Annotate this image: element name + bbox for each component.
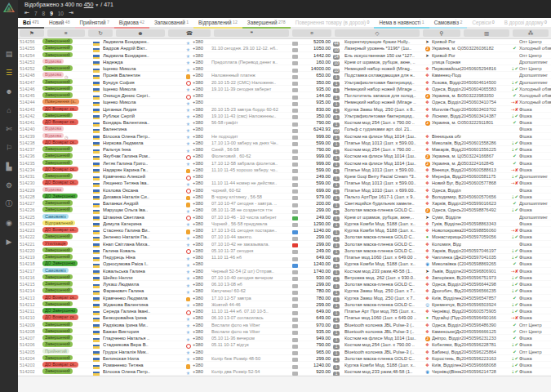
tracking-number[interactable]: 20450600570656 — [461, 194, 510, 200]
phone-prefix[interactable]: +380 — [193, 72, 211, 78]
phone-prefix[interactable]: +380 — [193, 322, 211, 328]
tracking-number[interactable]: 20450596806901 — [461, 268, 510, 274]
phone-prefix[interactable]: +380 — [193, 281, 211, 287]
status-badge[interactable]: Відмова — [42, 126, 64, 131]
status-badge[interactable]: Завершений — [42, 146, 73, 152]
status-badge[interactable]: ДО Возврат ск.. — [42, 227, 78, 233]
phone-prefix[interactable]: +380 — [193, 247, 211, 254]
phone-prefix[interactable]: +380 — [193, 214, 211, 220]
status-badge[interactable]: Завершений — [42, 328, 73, 334]
page-number-9[interactable]: 9 — [50, 11, 53, 16]
app-logo[interactable] — [2, 2, 16, 14]
payment-column-header-icon[interactable]: ¤ — [292, 29, 331, 37]
status-badge[interactable]: Завершений — [42, 335, 73, 341]
status-badge[interactable]: Завершений — [42, 355, 73, 361]
status-badge[interactable]: Завершений — [42, 92, 73, 98]
phone-prefix[interactable]: +380 — [193, 173, 211, 180]
status-badge[interactable]: ДО Возврат ск.. — [42, 180, 78, 185]
phone-prefix[interactable]: +380 — [193, 140, 211, 146]
tracking-number[interactable]: 20450596214728 — [461, 368, 510, 375]
tracking-number[interactable]: 20450598869265 — [461, 261, 510, 267]
status-badge[interactable]: Самовивіз — [42, 268, 69, 274]
status-badge[interactable]: ДО Возврат ск.. — [42, 314, 78, 320]
phone-prefix[interactable]: +380 — [193, 119, 211, 126]
status-column-header-icon[interactable]: ⚑ — [20, 29, 44, 37]
phone-prefix[interactable]: +380 — [193, 308, 211, 314]
phone-prefix[interactable]: +380 — [193, 59, 211, 65]
tracking-number[interactable]: 20450605294816 — [461, 65, 510, 72]
tracking-number[interactable]: 20450596231233 — [461, 335, 510, 341]
phone-prefix[interactable]: +380 — [193, 194, 211, 200]
status-badge[interactable]: Повернення (з.. — [42, 99, 79, 105]
status-badge[interactable]: Відмова — [42, 133, 64, 139]
tracking-number[interactable]: 20450599016623 — [461, 200, 510, 207]
tab-Завершений[interactable]: Завершений 278 — [242, 18, 291, 29]
phone-prefix[interactable]: +380 — [193, 180, 211, 186]
phone-prefix[interactable]: +380 — [193, 86, 211, 92]
sidebar-item-statistics-icon[interactable]: ▙ — [0, 157, 18, 176]
phone-prefix[interactable]: +380 — [193, 301, 211, 308]
table-row[interactable]: 514202 Завершений Білоока Олена Петр.. ✳… — [18, 368, 551, 375]
product-column-header-icon[interactable]: ◇ — [335, 29, 420, 37]
sidebar-item-settings-icon[interactable]: ⚙ — [0, 176, 18, 194]
tracking-number[interactable]: 20450596225864 — [461, 349, 510, 355]
status-badge[interactable]: Завершений — [42, 173, 73, 179]
status-badge[interactable]: Завершений — [42, 281, 73, 287]
page-number-7[interactable]: 7 — [34, 11, 38, 16]
tracking-number[interactable]: 0503222911801 — [461, 119, 510, 126]
sync-column-header-icon[interactable]: ↻ — [88, 29, 113, 37]
status-badge[interactable]: ДО Возврат ск.. — [42, 119, 78, 125]
status-badge[interactable]: Відмова — [42, 187, 64, 193]
tab-Відправлений[interactable]: Відправлений 12 — [193, 18, 242, 29]
status-badge[interactable]: Завершений — [42, 322, 73, 327]
delivery-column-header-icon[interactable]: ⚲ — [423, 29, 460, 37]
first-page-button[interactable]: ⇤ — [24, 10, 29, 16]
tab-Всі[interactable]: Всі 471 — [18, 18, 44, 29]
phone-prefix[interactable]: +380 — [193, 220, 211, 227]
tracking-number[interactable]: 20450597046197 — [461, 247, 510, 254]
tracking-number[interactable]: 20450596547857 — [461, 295, 510, 301]
tab-Повернення товару (в дорозі)[interactable]: Повернення товару (в дорозі) 0 — [291, 18, 375, 29]
tracking-number[interactable]: 20450600575905 — [461, 308, 510, 314]
tracking-number[interactable]: 20450597059056 — [461, 234, 510, 240]
phone-prefix[interactable]: +380 — [193, 287, 211, 294]
status-badge[interactable]: ДО Завершено — [42, 261, 78, 266]
phone-prefix[interactable]: +380 — [193, 153, 211, 159]
tracking-number[interactable]: 20450598863343 — [461, 220, 510, 227]
status-badge[interactable]: Завершений — [42, 86, 73, 91]
status-badge[interactable]: Завершений — [42, 200, 73, 206]
tracking-number[interactable]: 20450596668068 — [461, 362, 510, 368]
phone-prefix[interactable]: +380 — [193, 241, 211, 247]
status-badge[interactable]: Завершений — [42, 368, 73, 374]
phone-prefix[interactable]: +380 — [193, 92, 211, 99]
phone-prefix[interactable]: +380 — [193, 341, 211, 348]
tracking-number[interactable]: 20450596503924 — [461, 301, 510, 308]
phone-prefix[interactable]: +380 — [193, 146, 211, 153]
status-badge[interactable]: Самовивіз — [42, 214, 69, 220]
phone-prefix[interactable]: +380 — [193, 314, 211, 321]
status-badge[interactable]: ДО Возврат ск.. — [42, 106, 78, 112]
client-column-header-icon[interactable]: ☻ — [116, 29, 165, 37]
sidebar-item-video-icon[interactable]: ▶ — [0, 232, 18, 251]
tracking-number[interactable]: 20450596228781 — [461, 341, 510, 348]
phone-prefix[interactable]: +380 — [193, 45, 211, 51]
tracking-number[interactable]: 20450598856060 — [461, 227, 510, 234]
tracking-number[interactable]: 0503224162845 — [461, 160, 510, 167]
page-number-10[interactable]: 10 — [58, 11, 64, 16]
status-badge[interactable]: Завершений — [42, 45, 73, 51]
status-badge[interactable]: Відмова — [42, 59, 64, 65]
tracking-number[interactable]: 20450604614500 — [461, 79, 510, 86]
phone-prefix[interactable]: +380 — [193, 227, 211, 234]
sidebar-item-pricing-icon[interactable]: ✄ — [0, 119, 18, 138]
status-badge[interactable]: Прийнятий — [42, 349, 69, 354]
tracking-number[interactable]: 20450603414387 — [461, 113, 510, 119]
status-badge[interactable]: Завершений — [42, 207, 73, 212]
page-size-caret-icon[interactable]: ▼ — [95, 2, 99, 7]
phone-prefix[interactable]: +380 — [193, 261, 211, 267]
phone-prefix[interactable]: +380 — [193, 234, 211, 240]
phone-column-header-icon[interactable]: ☎ — [168, 29, 211, 37]
tracking-number[interactable]: 0503226036182 — [461, 45, 510, 51]
phone-prefix[interactable]: +380 — [193, 355, 211, 362]
status-badge[interactable]: ДО Завершено — [42, 308, 78, 314]
phone-prefix[interactable]: +380 — [193, 368, 211, 375]
